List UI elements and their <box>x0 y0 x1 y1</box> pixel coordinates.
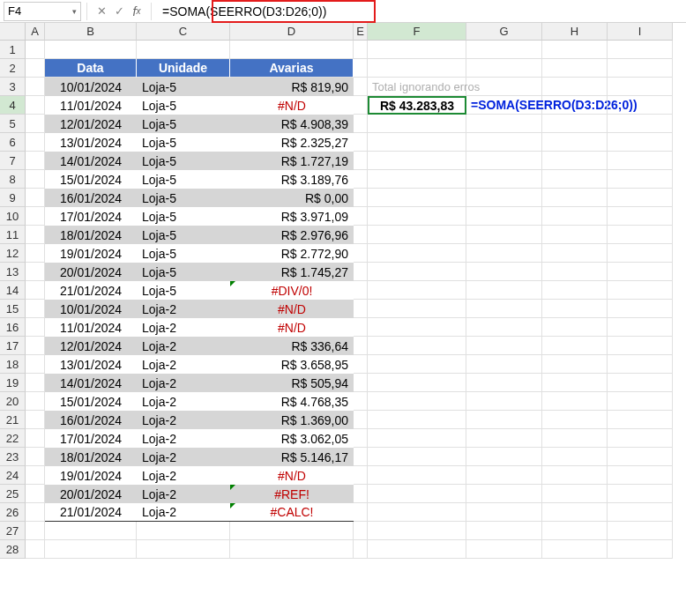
cell-G12[interactable] <box>466 244 542 263</box>
row-head-15[interactable]: 15 <box>0 300 26 318</box>
cell-G1[interactable] <box>466 41 542 59</box>
cell-A10[interactable] <box>26 207 45 226</box>
cell-E21[interactable] <box>354 411 368 429</box>
cell-B17[interactable]: 12/01/2024 <box>45 337 137 355</box>
row-head-2[interactable]: 2 <box>0 59 26 78</box>
cell-E10[interactable] <box>354 207 368 226</box>
cell-G11[interactable] <box>466 226 542 244</box>
cell-C28[interactable] <box>137 540 230 559</box>
cell-H1[interactable] <box>542 41 608 59</box>
cell-E28[interactable] <box>354 540 368 559</box>
cell-I24[interactable] <box>608 466 673 485</box>
cell-C17[interactable]: Loja-2 <box>137 337 230 355</box>
cell-D24[interactable]: #N/D <box>230 466 354 485</box>
row-head-28[interactable]: 28 <box>0 540 26 559</box>
row-head-14[interactable]: 14 <box>0 281 26 300</box>
cell-A17[interactable] <box>26 337 45 355</box>
cell-F19[interactable] <box>368 374 466 392</box>
cell-I2[interactable] <box>608 59 673 78</box>
row-head-16[interactable]: 16 <box>0 318 26 337</box>
cell-A2[interactable] <box>26 59 45 78</box>
cell-C7[interactable]: Loja-5 <box>137 152 230 170</box>
cell-I19[interactable] <box>608 374 673 392</box>
cell-B13[interactable]: 20/01/2024 <box>45 263 137 281</box>
cell-G5[interactable] <box>466 115 542 133</box>
cell-D4[interactable]: #N/D <box>230 96 354 115</box>
cell-H4[interactable] <box>542 96 608 115</box>
cell-B21[interactable]: 16/01/2024 <box>45 411 137 429</box>
row-head-26[interactable]: 26 <box>0 503 26 522</box>
cell-F12[interactable] <box>368 244 466 263</box>
cell-G16[interactable] <box>466 318 542 337</box>
cell-H26[interactable] <box>542 503 608 522</box>
cell-F13[interactable] <box>368 263 466 281</box>
cell-C4[interactable]: Loja-5 <box>137 96 230 115</box>
cell-I7[interactable] <box>608 152 673 170</box>
cell-H16[interactable] <box>542 318 608 337</box>
cell-I26[interactable] <box>608 503 673 522</box>
cell-H28[interactable] <box>542 540 608 559</box>
cell-F28[interactable] <box>368 540 466 559</box>
cell-A27[interactable] <box>26 522 45 540</box>
row-head-27[interactable]: 27 <box>0 522 26 540</box>
cell-I21[interactable] <box>608 411 673 429</box>
cell-F20[interactable] <box>368 392 466 411</box>
cell-I17[interactable] <box>608 337 673 355</box>
cell-G22[interactable] <box>466 429 542 448</box>
cell-B19[interactable]: 14/01/2024 <box>45 374 137 392</box>
cell-H18[interactable] <box>542 355 608 374</box>
cell-F22[interactable] <box>368 429 466 448</box>
cell-H24[interactable] <box>542 466 608 485</box>
row-head-7[interactable]: 7 <box>0 152 26 170</box>
cell-E18[interactable] <box>354 355 368 374</box>
cell-E4[interactable] <box>354 96 368 115</box>
cell-B25[interactable]: 20/01/2024 <box>45 485 137 503</box>
cell-C3[interactable]: Loja-5 <box>137 78 230 96</box>
cell-D1[interactable] <box>230 41 354 59</box>
cell-I27[interactable] <box>608 522 673 540</box>
cell-F18[interactable] <box>368 355 466 374</box>
cell-D11[interactable]: R$ 2.976,96 <box>230 226 354 244</box>
cell-E13[interactable] <box>354 263 368 281</box>
cell-H12[interactable] <box>542 244 608 263</box>
cell-G7[interactable] <box>466 152 542 170</box>
cell-A21[interactable] <box>26 411 45 429</box>
cell-D2[interactable]: Avarias <box>230 59 354 78</box>
cell-G26[interactable] <box>466 503 542 522</box>
row-head-8[interactable]: 8 <box>0 170 26 189</box>
cell-A18[interactable] <box>26 355 45 374</box>
cell-D16[interactable]: #N/D <box>230 318 354 337</box>
cell-B18[interactable]: 13/01/2024 <box>45 355 137 374</box>
cell-D19[interactable]: R$ 505,94 <box>230 374 354 392</box>
cell-E11[interactable] <box>354 226 368 244</box>
cell-B7[interactable]: 14/01/2024 <box>45 152 137 170</box>
cell-I16[interactable] <box>608 318 673 337</box>
cell-B14[interactable]: 21/01/2024 <box>45 281 137 300</box>
cell-D7[interactable]: R$ 1.727,19 <box>230 152 354 170</box>
cell-C15[interactable]: Loja-2 <box>137 300 230 318</box>
row-head-20[interactable]: 20 <box>0 392 26 411</box>
cell-B28[interactable] <box>45 540 137 559</box>
cell-G24[interactable] <box>466 466 542 485</box>
cell-I23[interactable] <box>608 448 673 466</box>
col-head-C[interactable]: C <box>137 23 230 41</box>
cell-G2[interactable] <box>466 59 542 78</box>
cell-A9[interactable] <box>26 189 45 207</box>
cell-A24[interactable] <box>26 466 45 485</box>
cell-D5[interactable]: R$ 4.908,39 <box>230 115 354 133</box>
cell-G8[interactable] <box>466 170 542 189</box>
cell-G27[interactable] <box>466 522 542 540</box>
cell-B15[interactable]: 10/01/2024 <box>45 300 137 318</box>
cell-B5[interactable]: 12/01/2024 <box>45 115 137 133</box>
fx-icon[interactable]: fx <box>128 3 145 20</box>
col-head-D[interactable]: D <box>230 23 354 41</box>
cell-E8[interactable] <box>354 170 368 189</box>
cell-F3[interactable]: Total ignorando erros <box>368 78 466 96</box>
cell-H21[interactable] <box>542 411 608 429</box>
cell-H20[interactable] <box>542 392 608 411</box>
cell-C12[interactable]: Loja-5 <box>137 244 230 263</box>
cell-D26[interactable]: #CALC! <box>230 503 354 522</box>
cell-H19[interactable] <box>542 374 608 392</box>
cell-A3[interactable] <box>26 78 45 96</box>
name-box[interactable]: F4 ▾ <box>4 2 81 21</box>
